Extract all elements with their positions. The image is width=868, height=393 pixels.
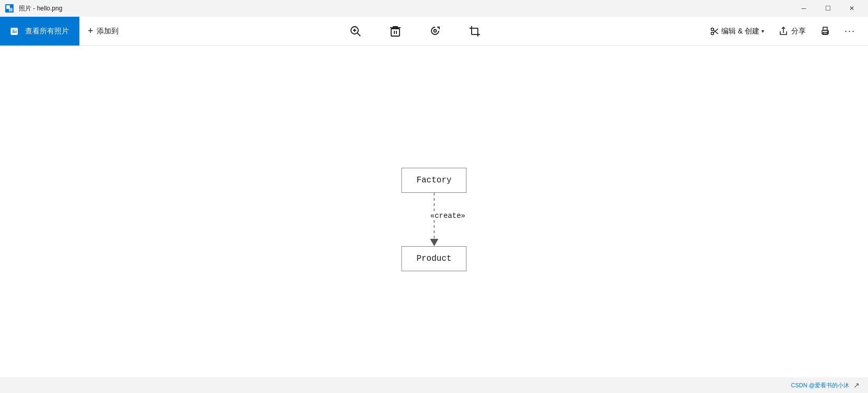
svg-point-20 (711, 28, 713, 30)
delete-button[interactable] (384, 20, 407, 43)
chevron-down-icon: ▾ (761, 28, 764, 34)
delete-icon (390, 25, 401, 38)
scissors-icon (710, 27, 719, 36)
toolbar-left: 查看所有照片 + 添加到 (0, 17, 127, 45)
print-icon (820, 27, 830, 36)
svg-rect-25 (823, 32, 827, 34)
share-icon (779, 27, 788, 36)
watermark-text: CSDN @爱看书的小沐 (791, 382, 849, 389)
app-icon (4, 3, 15, 14)
print-button[interactable] (814, 24, 836, 39)
svg-rect-24 (823, 27, 827, 30)
title-bar-controls: ─ ☐ ✕ (792, 0, 864, 17)
dashed-line-top (433, 193, 435, 212)
maximize-button[interactable]: ☐ (816, 0, 840, 17)
svg-point-19 (711, 32, 713, 34)
main-content: Factory «create» Product CSDN @爱看书的小沐 ↗ (0, 46, 868, 393)
share-label: 分享 (791, 27, 806, 36)
factory-label: Factory (416, 176, 451, 185)
rotate-icon (429, 25, 441, 38)
crop-icon (468, 25, 481, 38)
rotate-button[interactable] (424, 20, 447, 43)
share-button[interactable]: 分享 (772, 24, 812, 39)
create-label: «create» (430, 212, 465, 220)
arrow-section: «create» (403, 193, 465, 246)
expand-icon: ↗ (853, 381, 860, 389)
svg-point-14 (433, 29, 436, 32)
edit-create-label: 编辑 & 创建 (721, 27, 759, 36)
crop-button[interactable] (463, 20, 486, 43)
minimize-button[interactable]: ─ (792, 0, 816, 17)
zoom-in-icon (349, 25, 362, 38)
more-icon: ··· (844, 26, 855, 37)
add-button[interactable]: + 添加到 (79, 17, 127, 45)
toolbar: 查看所有照片 + 添加到 (0, 17, 868, 46)
toolbar-center (127, 20, 703, 43)
svg-rect-11 (391, 29, 400, 36)
svg-rect-2 (9, 8, 13, 11)
svg-point-26 (827, 31, 828, 32)
title-bar: 照片 - hello.png ─ ☐ ✕ (0, 0, 868, 17)
more-button[interactable]: ··· (838, 22, 862, 40)
product-label: Product (416, 254, 451, 263)
dashed-line-bottom (433, 220, 435, 239)
svg-line-8 (357, 33, 360, 36)
add-icon: + (88, 26, 93, 37)
add-label: 添加到 (97, 27, 119, 36)
edit-create-button[interactable]: 编辑 & 创建 ▾ (703, 24, 770, 39)
factory-box: Factory (401, 168, 466, 193)
uml-diagram: Factory «create» Product (401, 168, 466, 271)
bottom-bar: CSDN @爱看书的小沐 ↗ (0, 377, 868, 393)
window-title: 照片 - hello.png (19, 4, 62, 13)
zoom-in-button[interactable] (344, 20, 367, 43)
toolbar-right: 编辑 & 创建 ▾ 分享 ··· (703, 22, 868, 40)
arrow-head (430, 239, 438, 246)
photos-icon (10, 26, 21, 37)
view-all-label: 查看所有照片 (25, 27, 69, 36)
close-button[interactable]: ✕ (840, 0, 864, 17)
title-bar-left: 照片 - hello.png (4, 3, 62, 14)
view-all-button[interactable]: 查看所有照片 (0, 17, 79, 45)
product-box: Product (401, 246, 466, 271)
